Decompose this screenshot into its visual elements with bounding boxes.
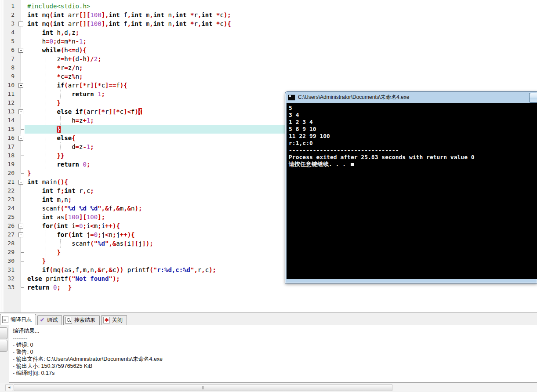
- fold-toggle-icon[interactable]: [18, 134, 25, 142]
- tab-label: 编译日志: [11, 316, 32, 323]
- code-text: else if(arr[*r][*c]<f){: [25, 107, 142, 116]
- line-number[interactable]: 4: [0, 28, 18, 37]
- scrollbar-thumb[interactable]: [14, 384, 392, 391]
- code-text: for(int i=0;i<m;i++){: [25, 221, 120, 230]
- line-number[interactable]: 16: [0, 134, 18, 142]
- line-number[interactable]: 28: [0, 239, 18, 248]
- fold-toggle-icon[interactable]: [18, 81, 25, 90]
- fold-marker: [18, 274, 25, 283]
- tab-close[interactable]: ✱关闭: [101, 315, 127, 325]
- code-line[interactable]: 7 z=h+(d-h)/2;: [0, 54, 537, 63]
- code-text: scanf("%d %d %d",&f,&m,&n);: [25, 204, 142, 213]
- code-line[interactable]: 9 *c=z%n;: [0, 72, 537, 81]
- line-number[interactable]: 18: [0, 151, 18, 160]
- code-line[interactable]: 1#include<stdio.h>: [0, 2, 537, 11]
- code-line[interactable]: 33return 0; }: [0, 283, 537, 292]
- line-number[interactable]: 26: [0, 221, 18, 230]
- line-number[interactable]: 19: [0, 160, 18, 169]
- code-line[interactable]: 8 *r=z/n;: [0, 63, 537, 72]
- code-text: h=0;d=m*n-1;: [25, 37, 87, 46]
- code-text: return 1;: [25, 90, 105, 98]
- tab-compile-log[interactable]: 编译日志: [0, 314, 36, 325]
- line-number[interactable]: 14: [0, 116, 18, 125]
- code-text: }: [25, 169, 31, 178]
- fold-toggle-icon[interactable]: [18, 221, 25, 230]
- line-number[interactable]: 8: [0, 63, 18, 72]
- fold-marker: [18, 98, 25, 107]
- console-output: 53 41 2 3 45 8 9 1011 22 99 100r:1,c:0--…: [287, 103, 537, 168]
- code-line[interactable]: 5 h=0;d=m*n-1;: [0, 37, 537, 46]
- line-number[interactable]: 10: [0, 81, 18, 90]
- line-number[interactable]: 11: [0, 90, 18, 98]
- console-window[interactable]: C:\Users\Administrator\Documents\未命名4.ex…: [285, 91, 537, 283]
- fold-marker: [18, 283, 25, 292]
- fold-toggle-icon[interactable]: [18, 46, 25, 54]
- code-line[interactable]: 4 int h,d,z;: [0, 28, 537, 37]
- tab-search-results[interactable]: 搜索结果: [63, 315, 100, 325]
- code-text: int mq(int arr[][100],int f,int m,int n,…: [25, 19, 231, 28]
- line-number[interactable]: 24: [0, 204, 18, 213]
- line-number[interactable]: 20: [0, 169, 18, 178]
- line-number[interactable]: 5: [0, 37, 18, 46]
- fold-toggle-icon[interactable]: [18, 19, 25, 28]
- fold-toggle-icon[interactable]: [18, 230, 25, 239]
- log-line: - 输出大小: 150.3759765625 KiB: [13, 363, 533, 370]
- panel-side-button-bottom[interactable]: [0, 340, 7, 352]
- line-number[interactable]: 22: [0, 186, 18, 195]
- scrollbar-left-arrow[interactable]: ◄: [5, 384, 13, 391]
- line-number[interactable]: 25: [0, 213, 18, 221]
- fold-marker: [18, 195, 25, 204]
- code-line[interactable]: 2int mq(int arr[][100],int f,int m,int n…: [0, 11, 537, 19]
- line-number[interactable]: 3: [0, 19, 18, 28]
- code-text: return 0;: [25, 160, 90, 169]
- tab-debug[interactable]: ✔调试: [37, 315, 62, 325]
- line-number[interactable]: 13: [0, 107, 18, 116]
- code-text: int mq(int arr[][100],int f,int m,int n,…: [25, 11, 231, 19]
- console-titlebar[interactable]: C:\Users\Administrator\Documents\未命名4.ex…: [288, 93, 524, 102]
- code-line[interactable]: 3int mq(int arr[][100],int f,int m,int n…: [0, 19, 537, 28]
- panel-side-button-top[interactable]: [0, 327, 7, 339]
- minimize-button[interactable]: [529, 93, 537, 103]
- compile-log-area[interactable]: 编译结果...--------- 错误: 0- 警告: 0- 输出文件名: C:…: [9, 325, 537, 383]
- horizontal-scrollbar[interactable]: ◄: [0, 383, 537, 392]
- line-number[interactable]: 27: [0, 230, 18, 239]
- fold-marker: [18, 2, 25, 11]
- line-number[interactable]: 31: [0, 265, 18, 274]
- icon-check: ✔: [40, 317, 45, 323]
- console-line: --------------------------------: [289, 147, 537, 154]
- line-number[interactable]: 9: [0, 72, 18, 81]
- code-text: #include<stdio.h>: [25, 2, 90, 11]
- line-number[interactable]: 21: [0, 178, 18, 186]
- code-text: if(mq(as,f,m,n,&r,&c)) printf("r:%d,c:%d…: [25, 265, 216, 274]
- code-line[interactable]: 10 if(arr[*r][*c]==f){: [0, 81, 537, 90]
- line-number[interactable]: 12: [0, 98, 18, 107]
- bottom-panel: 编译日志✔调试搜索结果✱关闭 编译结果...--------- 错误: 0- 警…: [0, 313, 537, 392]
- line-number[interactable]: 1: [0, 2, 18, 11]
- line-number[interactable]: 29: [0, 248, 18, 257]
- fold-marker: [18, 213, 25, 221]
- line-number[interactable]: 17: [0, 142, 18, 151]
- code-text: scanf("%d",&as[i][j]);: [25, 239, 153, 248]
- line-number[interactable]: 33: [0, 283, 18, 292]
- fold-marker: [18, 169, 25, 178]
- tab-label: 搜索结果: [74, 316, 95, 324]
- fold-marker: [18, 265, 25, 274]
- fold-toggle-icon[interactable]: [18, 178, 25, 186]
- console-client-area[interactable]: 53 41 2 3 45 8 9 1011 22 99 100r:1,c:0--…: [287, 103, 537, 279]
- line-number[interactable]: 2: [0, 11, 18, 19]
- code-text: return 0; }: [25, 283, 72, 292]
- bottom-tab-bar[interactable]: 编译日志✔调试搜索结果✱关闭: [0, 314, 127, 325]
- tab-label: 关闭: [112, 316, 123, 324]
- line-number[interactable]: 7: [0, 54, 18, 63]
- line-number[interactable]: 23: [0, 195, 18, 204]
- code-text: *r=z/n;: [25, 63, 83, 72]
- fold-marker: [18, 248, 25, 257]
- code-line[interactable]: 6 while(h<=d){: [0, 46, 537, 54]
- line-number[interactable]: 6: [0, 46, 18, 54]
- fold-marker: [18, 72, 25, 81]
- fold-toggle-icon[interactable]: [18, 107, 25, 116]
- line-number[interactable]: 15: [0, 125, 18, 134]
- line-number[interactable]: 32: [0, 274, 18, 283]
- line-number[interactable]: 30: [0, 257, 18, 265]
- fold-marker: [18, 160, 25, 169]
